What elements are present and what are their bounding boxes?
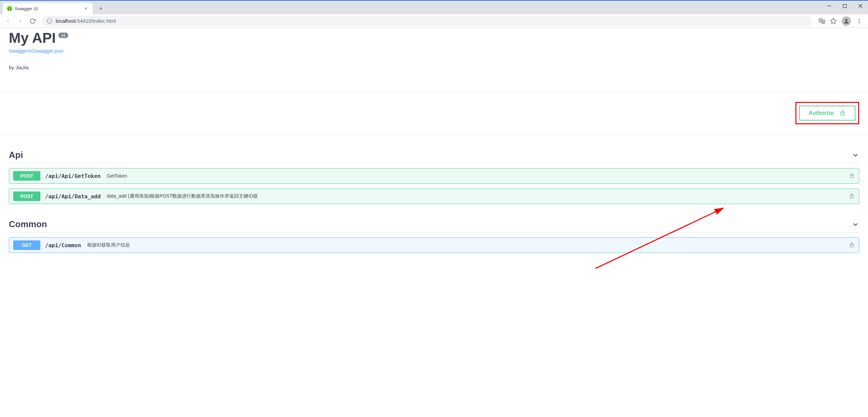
method-badge-get: GET bbox=[13, 240, 40, 250]
menu-icon[interactable] bbox=[856, 18, 863, 24]
operation-path: /api/Common bbox=[45, 242, 81, 249]
tab-title: Swagger UI bbox=[15, 6, 80, 11]
operation-row[interactable]: POST /api/Api/Data_add data_add (通用添加)根据… bbox=[9, 188, 859, 204]
operation-row[interactable]: GET /api/Common 根据ID获取用户信息 bbox=[9, 237, 859, 253]
swagger-favicon: { } bbox=[7, 6, 12, 11]
tag-name: Common bbox=[9, 219, 47, 230]
url-text: localhost:54410/index.html bbox=[56, 18, 116, 24]
tag-section-api: Api POST /api/Api/GetToken GetToken POST… bbox=[9, 150, 859, 204]
tag-header[interactable]: Api bbox=[9, 150, 859, 163]
chevron-down-icon bbox=[852, 151, 859, 159]
address-bar[interactable]: i localhost:54410/index.html bbox=[42, 16, 812, 26]
translate-icon[interactable] bbox=[818, 18, 825, 24]
minimize-button[interactable] bbox=[821, 1, 837, 11]
chevron-down-icon bbox=[852, 221, 859, 228]
api-header: My API v1 bbox=[9, 30, 859, 46]
svg-point-7 bbox=[845, 19, 848, 21]
version-badge: v1 bbox=[58, 33, 68, 38]
new-tab-button[interactable]: + bbox=[96, 4, 105, 13]
lock-icon[interactable] bbox=[849, 173, 855, 179]
url-port: :54410 bbox=[76, 18, 91, 24]
method-badge-post: POST bbox=[13, 192, 40, 201]
tag-header[interactable]: Common bbox=[9, 219, 859, 233]
lock-icon[interactable] bbox=[849, 193, 855, 199]
url-path: /index.html bbox=[91, 18, 116, 24]
back-button[interactable] bbox=[3, 16, 14, 26]
bookmark-star-icon[interactable] bbox=[830, 18, 837, 24]
tag-name: Api bbox=[9, 150, 23, 160]
tab-close-button[interactable]: × bbox=[83, 6, 89, 11]
maximize-button[interactable] bbox=[837, 1, 852, 11]
swagger-page: My API v1 /swagger/v1/swagger.json by Ji… bbox=[0, 30, 868, 260]
operation-summary: 根据ID获取用户信息 bbox=[87, 242, 130, 248]
forward-button[interactable] bbox=[15, 16, 26, 26]
reload-button[interactable] bbox=[27, 16, 38, 26]
tag-section-common: Common GET /api/Common 根据ID获取用户信息 bbox=[9, 219, 859, 253]
svg-point-10 bbox=[859, 22, 860, 23]
toolbar-right bbox=[816, 16, 865, 26]
scheme-section: Authorize bbox=[0, 91, 868, 135]
annotation-highlight-box: Authorize bbox=[795, 102, 859, 124]
authorize-button[interactable]: Authorize bbox=[799, 106, 855, 121]
profile-avatar[interactable] bbox=[842, 16, 851, 26]
operation-summary: GetToken bbox=[107, 173, 127, 179]
svg-point-9 bbox=[859, 20, 860, 21]
site-info-icon[interactable]: i bbox=[47, 18, 52, 24]
operation-summary: data_add (通用添加)根据POST数据进行数据库添加操作并返回主键ID值 bbox=[107, 193, 258, 199]
url-host: localhost bbox=[56, 18, 76, 24]
api-author: by JiaJia bbox=[9, 65, 859, 70]
operation-path: /api/Api/GetToken bbox=[45, 173, 101, 179]
svg-point-8 bbox=[859, 19, 860, 20]
method-badge-post: POST bbox=[13, 171, 40, 181]
browser-window: { } Swagger UI × + i localhost:54410/ind… bbox=[0, 0, 868, 417]
close-window-button[interactable] bbox=[852, 1, 868, 11]
browser-tab[interactable]: { } Swagger UI × bbox=[3, 3, 93, 14]
operation-row[interactable]: POST /api/Api/GetToken GetToken bbox=[9, 168, 859, 184]
spec-link[interactable]: /swagger/v1/swagger.json bbox=[9, 48, 859, 54]
lock-icon[interactable] bbox=[849, 242, 855, 248]
lock-open-icon bbox=[839, 110, 846, 116]
svg-marker-6 bbox=[831, 18, 836, 23]
browser-toolbar: i localhost:54410/index.html bbox=[0, 14, 868, 28]
page-viewport[interactable]: My API v1 /swagger/v1/swagger.json by Ji… bbox=[0, 28, 868, 417]
title-bar: { } Swagger UI × + bbox=[0, 1, 868, 14]
operation-path: /api/Api/Data_add bbox=[45, 193, 101, 200]
api-title: My API bbox=[9, 30, 56, 46]
svg-rect-1 bbox=[843, 4, 846, 7]
authorize-label: Authorize bbox=[809, 110, 834, 116]
window-controls bbox=[821, 1, 868, 11]
